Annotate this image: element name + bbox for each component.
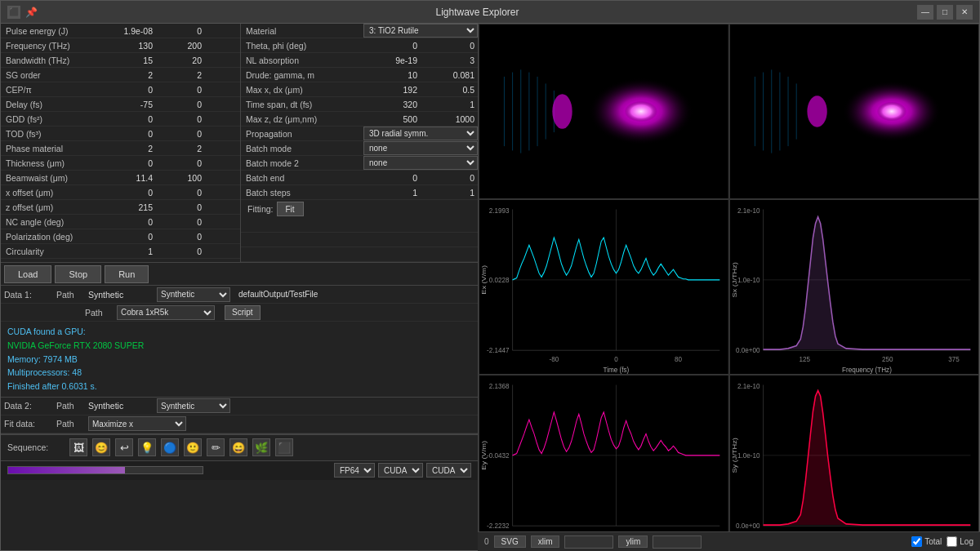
app-pin-icon[interactable]: 📌 [25, 7, 38, 18]
data1-path-row: Path Cobra 1xR5k Script [1, 304, 478, 322]
cuda1-dropdown[interactable]: CUDA [378, 463, 423, 478]
maximize-button[interactable]: □ [937, 5, 953, 20]
svg-point-10 [552, 94, 572, 129]
svg-rect-59 [730, 375, 979, 549]
seq-icon-0[interactable]: 🖼 [69, 438, 87, 456]
param-row-tod: TOD (fs³) 0 0 [1, 127, 240, 141]
seq-icon-8[interactable]: 🌿 [252, 438, 270, 456]
ylim-input[interactable] [653, 535, 702, 549]
param-val2: 0 [156, 114, 205, 124]
svg-text:Time (fs): Time (fs) [604, 365, 630, 374]
material-dropdown[interactable]: 3: TiO2 Rutile [363, 24, 478, 38]
seq-icon-2[interactable]: ↩ [115, 438, 133, 456]
rp-label: Batch mode 2 [241, 158, 363, 168]
xlim-input[interactable] [564, 535, 613, 549]
seq-icon-5[interactable]: 🙂 [184, 438, 202, 456]
data2-source: Synthetic [88, 401, 154, 411]
close-button[interactable]: ✕ [956, 5, 973, 20]
param-row-thickness: Thickness (μm) 0 0 [1, 156, 240, 171]
app-window: ⬛ 📌 Lightwave Explorer — □ ✕ Pulse energ… [0, 0, 980, 551]
rp-label: NL absorption [241, 56, 363, 65]
total-checkbox-label: Total [911, 536, 942, 547]
status-zero: 0 [484, 537, 489, 546]
plot-top-right [729, 24, 980, 199]
rp-val1: 192 [363, 85, 421, 95]
load-button[interactable]: Load [4, 265, 51, 283]
svg-point-9 [599, 86, 683, 138]
rp-label: Batch end [241, 173, 363, 183]
param-label: Beamwaist (μm) [1, 173, 107, 183]
param-val1: 215 [107, 202, 156, 212]
batchmode2-dropdown[interactable]: none [363, 156, 478, 170]
svg-text:2.1368: 2.1368 [489, 382, 510, 391]
data2-dropdown[interactable]: Synthetic [157, 398, 230, 413]
param-label: NC angle (deg) [1, 217, 107, 227]
run-button[interactable]: Run [105, 265, 149, 283]
script-button[interactable]: Script [225, 305, 261, 320]
param-val2: 200 [156, 41, 205, 51]
fp64-dropdown[interactable]: FP64 [334, 463, 375, 478]
svg-button[interactable]: SVG [494, 535, 526, 548]
rp-row-nl-absorption: NL absorption 9e-19 3 [241, 53, 478, 68]
cuda-line2: NVIDIA GeForce RTX 2080 SUPER [7, 339, 471, 353]
bottom-bar: FP64 CUDA CUDA [1, 460, 478, 480]
xlim-button[interactable]: xlim [531, 535, 560, 548]
freq-plot-mid-right: 2.1e-10 1.0e-10 0.0e+00 125 250 375 Freq… [730, 200, 979, 374]
data1-dropdown[interactable]: Synthetic [157, 287, 230, 302]
rp-row-empty1 [241, 218, 478, 233]
seq-icon-9[interactable]: ⬛ [275, 438, 293, 456]
fit-button[interactable]: Fit [277, 202, 304, 216]
param-val1: 2 [107, 70, 156, 80]
param-val2: 2 [156, 70, 205, 80]
param-val2: 100 [156, 173, 205, 183]
ylim-button[interactable]: ylim [618, 535, 648, 548]
seq-icon-6[interactable]: ✏ [207, 438, 225, 456]
seq-icon-3[interactable]: 💡 [138, 438, 156, 456]
seq-icon-1[interactable]: 😊 [92, 438, 110, 456]
seq-icon-7[interactable]: 😄 [229, 438, 247, 456]
rp-label: Max x, dx (μm) [241, 85, 363, 95]
param-val1: 11.4 [107, 173, 156, 183]
data-rows: Data 1: Path Synthetic Synthetic default… [1, 286, 478, 434]
data1-row: Data 1: Path Synthetic Synthetic default… [1, 286, 478, 304]
svg-text:2.1e-10: 2.1e-10 [737, 207, 760, 216]
svg-text:80: 80 [675, 355, 682, 364]
bottom-controls: FP64 CUDA CUDA [334, 463, 471, 478]
param-val2: 0 [156, 202, 205, 212]
svg-text:0.0e+00: 0.0e+00 [735, 345, 760, 354]
rp-label: Propagation [241, 129, 363, 139]
beam-plot-top-right [730, 24, 979, 198]
seq-icon-4[interactable]: 🔵 [161, 438, 179, 456]
progress-bar-container [7, 466, 203, 474]
param-row-pulse-energy: Pulse energy (J) 1.9e-08 0 [1, 24, 240, 38]
param-val2: 0 [156, 100, 205, 109]
rp-val2: 0 [421, 41, 478, 51]
svg-text:Frequency (THz): Frequency (THz) [842, 365, 892, 374]
fitdata-dropdown[interactable]: Maximize x [88, 416, 186, 431]
propagation-dropdown[interactable]: 3D radial symm. [363, 127, 478, 140]
cuda-line5: Finished after 0.6031 s. [7, 380, 471, 393]
param-row-polarization: Polarization (deg) 0 0 [1, 229, 240, 244]
rp-val1: 9e-19 [363, 56, 421, 65]
rp-row-maxz: Max z, dz (μm,nm) 500 1000 [241, 112, 478, 127]
svg-text:1.0e-10: 1.0e-10 [737, 276, 760, 285]
fitting-label: Fitting: [247, 204, 274, 214]
param-label: Delay (fs) [1, 100, 107, 109]
param-val1: 0 [107, 217, 156, 227]
log-checkbox[interactable] [947, 536, 957, 547]
data1-device-dropdown[interactable]: Cobra 1xR5k [117, 305, 215, 320]
data1-path-label: Path [85, 308, 114, 318]
param-row-beamwaist: Beamwaist (μm) 11.4 100 [1, 171, 240, 185]
stop-button[interactable]: Stop [55, 265, 101, 283]
svg-text:2.1e-10: 2.1e-10 [737, 382, 760, 391]
left-params-col: Pulse energy (J) 1.9e-08 0 Frequency (TH… [1, 24, 241, 262]
cuda-line1: CUDA found a GPU: [7, 325, 471, 339]
controls-row: Load Stop Run [1, 263, 478, 286]
title-bar-left: ⬛ 📌 [7, 6, 38, 19]
total-checkbox[interactable] [911, 536, 922, 547]
plot-top-left [479, 24, 729, 199]
minimize-button[interactable]: — [917, 5, 933, 20]
cuda2-dropdown[interactable]: CUDA [426, 463, 471, 478]
param-val2: 0 [156, 129, 205, 139]
batchmode-dropdown[interactable]: none [363, 141, 478, 155]
